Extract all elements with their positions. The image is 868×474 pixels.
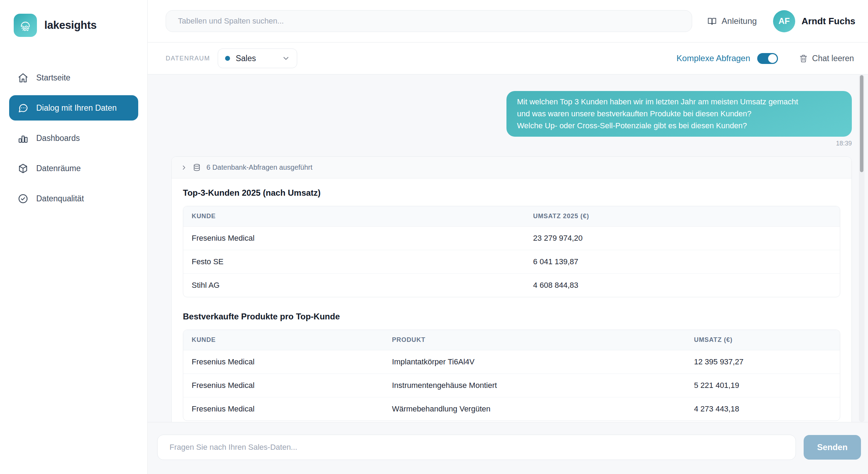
lakesights-logo-icon bbox=[14, 14, 37, 37]
sidebar-item-startseite[interactable]: Startseite bbox=[9, 65, 138, 90]
avatar[interactable]: AF bbox=[773, 10, 795, 32]
table-cell: Festo SE bbox=[183, 250, 525, 274]
database-icon bbox=[193, 163, 201, 171]
help-label: Anleitung bbox=[722, 16, 757, 26]
sidebar: lakesights Startseite Dialog mit Ihren D… bbox=[0, 0, 148, 474]
message-timestamp: 18:39 bbox=[171, 140, 852, 147]
send-button[interactable]: Senden bbox=[804, 435, 861, 460]
answer-card-body: Top-3-Kunden 2025 (nach Umsatz) KUNDEUMS… bbox=[172, 178, 851, 422]
top-products-table: KUNDEPRODUKTUMSATZ (€) Fresenius Medical… bbox=[183, 330, 840, 421]
column-header: KUNDE bbox=[183, 206, 525, 227]
table-cell: 5 221 401,19 bbox=[685, 374, 840, 397]
user-message-bubble: Mit welchen Top 3 Kunden haben wir im le… bbox=[506, 91, 852, 137]
user-message-line: Welche Up- oder Cross-Sell-Potenziale gi… bbox=[517, 120, 841, 132]
main-area: Anleitung AF Arndt Fuchs DATENRAUM Sales… bbox=[148, 0, 868, 474]
home-icon bbox=[18, 72, 28, 83]
table-cell: Fresenius Medical bbox=[183, 397, 383, 421]
sidebar-item-datenqualitaet[interactable]: Datenqualität bbox=[9, 186, 138, 211]
sidebar-item-label: Dashboards bbox=[36, 134, 80, 143]
sidebar-item-dialog-mit-ihren-daten[interactable]: Dialog mit Ihren Daten bbox=[9, 95, 138, 121]
column-header: PRODUKT bbox=[383, 330, 685, 350]
table-row: Stihl AG4 608 844,83 bbox=[183, 274, 840, 297]
table-cell: Instrumentengehäuse Montiert bbox=[383, 374, 685, 397]
sidebar-nav: Startseite Dialog mit Ihren Daten bbox=[0, 65, 147, 216]
complex-queries-toggle[interactable] bbox=[757, 53, 778, 64]
table-row: Festo SE6 041 139,87 bbox=[183, 250, 840, 274]
sidebar-item-label: Datenräume bbox=[36, 164, 81, 173]
sidebar-item-dashboards[interactable]: Dashboards bbox=[9, 125, 138, 151]
queries-collapse-header[interactable]: 6 Datenbank-Abfragen ausgeführt bbox=[172, 157, 851, 178]
chat-message-input[interactable] bbox=[157, 435, 796, 460]
table-cell: 4 273 443,18 bbox=[685, 397, 840, 421]
section-title: Top-3-Kunden 2025 (nach Umsatz) bbox=[183, 188, 840, 198]
check-circle-icon bbox=[18, 193, 28, 204]
section-title: Bestverkaufte Produkte pro Top-Kunde bbox=[183, 311, 840, 322]
scrollbar-track[interactable] bbox=[859, 74, 864, 422]
table-cell: 4 608 844,83 bbox=[525, 274, 840, 297]
table-cell: Implantatkörper Ti6Al4V bbox=[383, 350, 685, 374]
table-row: Fresenius MedicalImplantatkörper Ti6Al4V… bbox=[183, 350, 840, 374]
table-cell: 23 279 974,20 bbox=[525, 227, 840, 250]
chevron-right-icon bbox=[181, 164, 187, 171]
bar-chart-icon bbox=[18, 133, 28, 144]
answer-section: Top-3-Kunden 2025 (nach Umsatz) KUNDEUMS… bbox=[183, 188, 840, 297]
sidebar-item-label: Dialog mit Ihren Daten bbox=[36, 103, 117, 113]
user-name: Arndt Fuchs bbox=[802, 16, 855, 27]
chat-toolbar-right: Komplexe Abfragen Chat leeren bbox=[677, 53, 854, 64]
column-header: KUNDE bbox=[183, 330, 383, 350]
table-row: Fresenius Medical23 279 974,20 bbox=[183, 227, 840, 250]
dataspace-status-dot bbox=[225, 56, 230, 61]
complex-queries-label: Komplexe Abfragen bbox=[677, 53, 750, 63]
table-row: Fresenius MedicalInstrumentengehäuse Mon… bbox=[183, 374, 840, 397]
sidebar-item-label: Startseite bbox=[36, 73, 70, 83]
clear-chat-label: Chat leeren bbox=[812, 54, 854, 63]
queries-note: 6 Datenbank-Abfragen ausgeführt bbox=[206, 163, 312, 171]
table-cell: Wärmebehandlung Vergüten bbox=[383, 397, 685, 421]
topbar-right: Anleitung AF Arndt Fuchs bbox=[707, 10, 855, 32]
dataspace-select[interactable]: Sales bbox=[218, 48, 297, 68]
table-header-row: KUNDEPRODUKTUMSATZ (€) bbox=[183, 330, 840, 350]
chevron-down-icon bbox=[282, 54, 290, 62]
answer-section: Bestverkaufte Produkte pro Top-Kunde KUN… bbox=[183, 311, 840, 421]
table-cell: 12 395 937,27 bbox=[685, 350, 840, 374]
table-cell: Fresenius Medical bbox=[183, 374, 383, 397]
avatar-initials: AF bbox=[778, 16, 790, 26]
assistant-answer-card: 6 Datenbank-Abfragen ausgeführt Top-3-Ku… bbox=[171, 156, 852, 422]
book-icon bbox=[707, 17, 717, 26]
sidebar-item-label: Datenqualität bbox=[36, 194, 84, 203]
top-customers-table: KUNDEUMSATZ 2025 (€) Fresenius Medical23… bbox=[183, 206, 840, 297]
user-message-line: Mit welchen Top 3 Kunden haben wir im le… bbox=[517, 96, 841, 108]
user-message-line: und was waren unsere bestverkauften Prod… bbox=[517, 108, 841, 120]
scrollbar-thumb[interactable] bbox=[860, 75, 863, 172]
chat-toolbar: DATENRAUM Sales Komplexe Abfragen bbox=[148, 43, 868, 74]
column-header: UMSATZ (€) bbox=[685, 330, 840, 350]
search-input[interactable] bbox=[166, 10, 692, 32]
sidebar-item-datenraeume[interactable]: Datenräume bbox=[9, 156, 138, 181]
clear-chat-button[interactable]: Chat leeren bbox=[799, 54, 854, 63]
table-cell: Fresenius Medical bbox=[183, 227, 525, 250]
topbar: Anleitung AF Arndt Fuchs bbox=[148, 0, 868, 43]
chat-bubble-icon bbox=[18, 103, 28, 113]
chat-scroll-area[interactable]: Mit welchen Top 3 Kunden haben wir im le… bbox=[148, 74, 868, 422]
brand: lakesights bbox=[0, 14, 147, 37]
table-cell: Stihl AG bbox=[183, 274, 525, 297]
toggle-knob bbox=[768, 54, 777, 63]
trash-icon bbox=[799, 54, 808, 63]
table-cell: Fresenius Medical bbox=[183, 350, 383, 374]
brand-name: lakesights bbox=[44, 19, 97, 32]
column-header: UMSATZ 2025 (€) bbox=[525, 206, 840, 227]
cube-icon bbox=[18, 163, 28, 174]
composer: Senden bbox=[148, 422, 868, 474]
dataspace-value: Sales bbox=[236, 54, 256, 63]
table-cell: 6 041 139,87 bbox=[525, 250, 840, 274]
table-row: Fresenius MedicalWärmebehandlung Vergüte… bbox=[183, 397, 840, 421]
table-header-row: KUNDEUMSATZ 2025 (€) bbox=[183, 206, 840, 227]
dataspace-label: DATENRAUM bbox=[166, 55, 210, 62]
help-button[interactable]: Anleitung bbox=[707, 16, 757, 26]
